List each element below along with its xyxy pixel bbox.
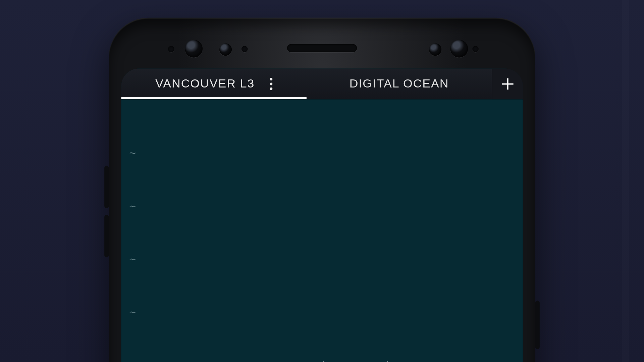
terminal-viewport[interactable]: ~ ~ ~ ~ ~VIM - Vi IMproved ~ ~version 7.… xyxy=(121,100,523,362)
tab-vancouver[interactable]: VANCOUVER L3 xyxy=(121,68,307,99)
vim-tilde: ~ xyxy=(129,145,146,163)
proximity-sensor-icon xyxy=(219,43,232,56)
vim-tilde: ~ xyxy=(129,198,146,216)
sensor-dot-icon xyxy=(241,46,248,52)
stage: VANCOUVER L3 DIGITAL OCEAN ~ ~ xyxy=(0,0,644,362)
vim-tilde: ~ xyxy=(129,358,146,362)
terminal-tabbar: VANCOUVER L3 DIGITAL OCEAN xyxy=(121,68,523,99)
sensor-dot-icon xyxy=(472,46,478,52)
earpiece-icon xyxy=(287,44,357,52)
tab-label: DIGITAL OCEAN xyxy=(350,77,449,90)
add-tab-button[interactable] xyxy=(492,68,523,99)
iris-camera-icon xyxy=(450,40,468,58)
phone-frame: VANCOUVER L3 DIGITAL OCEAN ~ ~ xyxy=(109,18,535,362)
plus-icon xyxy=(500,76,515,91)
vim-tilde: ~ xyxy=(129,251,146,269)
vim-tilde: ~ xyxy=(129,305,146,322)
sensor-dot-icon xyxy=(168,46,174,52)
volume-up-button xyxy=(104,166,109,208)
vim-title: VIM - Vi IMproved xyxy=(146,358,515,362)
sensor-row xyxy=(109,33,535,64)
sensor-icon xyxy=(429,43,441,56)
more-vert-icon[interactable] xyxy=(270,77,272,90)
phone-screen: VANCOUVER L3 DIGITAL OCEAN ~ ~ xyxy=(121,68,523,362)
tab-label: VANCOUVER L3 xyxy=(155,77,255,90)
tab-digital-ocean[interactable]: DIGITAL OCEAN xyxy=(307,68,492,99)
front-camera-icon xyxy=(185,40,203,58)
power-button xyxy=(535,301,540,349)
volume-down-button xyxy=(104,215,109,257)
